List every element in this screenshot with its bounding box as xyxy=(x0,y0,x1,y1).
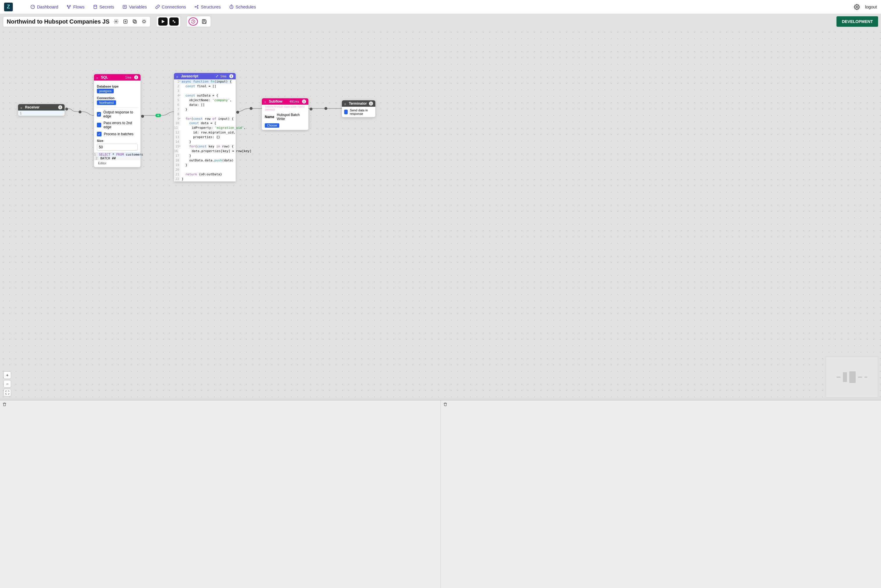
info-icon[interactable]: i xyxy=(58,105,62,110)
minimap-node xyxy=(864,376,867,378)
node-js-header[interactable]: Javascript ⤢ 1ms i xyxy=(174,73,236,80)
play-button[interactable] xyxy=(158,18,168,26)
footsteps-icon xyxy=(172,20,176,24)
settings-button[interactable] xyxy=(854,4,860,10)
clear-panel-button[interactable] xyxy=(443,402,448,408)
nav-secrets[interactable]: Secrets xyxy=(93,4,114,9)
chk-batches-label: Process in batches xyxy=(104,132,133,136)
output-port[interactable] xyxy=(236,111,239,114)
node-terminator[interactable]: Terminator i Send data in response xyxy=(342,100,375,117)
nav-variables-label: Variables xyxy=(129,4,147,9)
gauge-icon xyxy=(30,4,35,9)
drag-handle-icon[interactable] xyxy=(264,100,267,103)
bottom-panel-left[interactable] xyxy=(0,400,441,588)
js-code-editor[interactable]: 1▾async function fn(input) { 2 const fin… xyxy=(174,80,236,182)
node-receiver-header[interactable]: Receiver i xyxy=(18,104,65,111)
edge-port[interactable] xyxy=(78,111,81,113)
save-button[interactable] xyxy=(200,18,209,26)
node-sql[interactable]: SQL 1ms i Database type postgres Connect… xyxy=(94,74,141,167)
node-subflow-header[interactable]: Subflow 491ms i xyxy=(262,98,308,105)
clear-panel-button[interactable] xyxy=(2,402,7,408)
nav-connections[interactable]: Connections xyxy=(155,4,186,9)
node-subflow-title: Subflow xyxy=(269,99,288,104)
history-controls xyxy=(186,16,211,27)
chk-send[interactable] xyxy=(344,110,348,114)
drag-handle-icon[interactable] xyxy=(344,102,347,105)
node-receiver[interactable]: Receiver i 1 xyxy=(18,104,65,116)
bug-icon[interactable] xyxy=(141,19,147,24)
chk-output[interactable] xyxy=(97,112,101,117)
chk-send-row: Send data in response xyxy=(344,108,373,116)
history-button[interactable] xyxy=(188,18,198,26)
schedules-icon xyxy=(229,4,234,9)
node-sql-time: 1ms xyxy=(125,76,131,79)
svg-point-6 xyxy=(195,6,196,7)
step-button[interactable] xyxy=(169,18,179,26)
app-logo[interactable] xyxy=(4,3,13,11)
gear-icon[interactable] xyxy=(113,19,119,24)
chk-output-row: Output response to edge xyxy=(97,110,138,118)
svg-rect-20 xyxy=(203,22,206,24)
zoom-controls: + − ⛶ xyxy=(3,371,11,396)
sql-code[interactable]: 1SELECT * FROM customers 2BATCH ## xyxy=(94,152,141,160)
svg-marker-16 xyxy=(162,20,164,22)
minimap[interactable] xyxy=(826,357,878,398)
node-sql-title: SQL xyxy=(101,75,123,80)
info-icon[interactable]: i xyxy=(302,99,306,104)
flow-canvas[interactable]: Receiver i 1 SQL 1ms i Database type pos… xyxy=(0,29,881,400)
zoom-fit-button[interactable]: ⛶ xyxy=(3,389,11,396)
connection-label: Connection xyxy=(97,96,138,100)
minimap-node xyxy=(843,372,847,382)
edge-port[interactable] xyxy=(250,107,253,110)
size-input[interactable] xyxy=(97,144,138,151)
structures-icon xyxy=(194,4,199,9)
zoom-out-button[interactable]: − xyxy=(3,380,11,388)
edge-inspect-button[interactable] xyxy=(155,114,161,117)
info-icon[interactable]: i xyxy=(229,74,233,78)
output-port[interactable] xyxy=(310,108,313,111)
info-icon[interactable]: i xyxy=(134,75,138,80)
edge-port[interactable] xyxy=(325,107,327,110)
db-type-label: Database type xyxy=(97,85,138,88)
info-icon[interactable]: i xyxy=(369,102,373,105)
add-node-icon[interactable] xyxy=(123,19,128,24)
node-javascript[interactable]: Javascript ⤢ 1ms i 1▾async function fn(i… xyxy=(174,73,236,182)
drag-handle-icon[interactable] xyxy=(176,75,179,78)
nav-structures[interactable]: Structures xyxy=(194,4,221,9)
nav-variables[interactable]: Variables xyxy=(122,4,147,9)
svg-point-2 xyxy=(70,5,71,6)
drag-handle-icon[interactable] xyxy=(20,106,23,109)
choose-button[interactable]: Choose xyxy=(265,123,279,128)
logout-link[interactable]: logout xyxy=(865,4,877,9)
svg-point-17 xyxy=(173,20,174,21)
expand-icon[interactable]: ⤢ xyxy=(216,74,218,78)
receiver-body: 1 xyxy=(18,111,65,116)
db-type-value[interactable]: postgres xyxy=(97,89,114,93)
nav-schedules[interactable]: Schedules xyxy=(229,4,256,9)
output-port[interactable] xyxy=(141,115,144,118)
canvas-wrap: Receiver i 1 SQL 1ms i Database type pos… xyxy=(0,29,881,400)
editor-link[interactable]: Editor xyxy=(97,160,138,165)
bottom-panel-right[interactable] xyxy=(441,400,881,588)
output-port[interactable] xyxy=(65,108,68,111)
minimap-node xyxy=(849,371,856,383)
chk-errors[interactable] xyxy=(97,123,101,128)
subflow-uuid: 70587e79-e5ab-4aa9-a3d9-7307229869d3 xyxy=(262,105,308,112)
chk-batches-row: Process in batches xyxy=(97,132,138,136)
subflow-name-label: Name xyxy=(265,115,277,119)
node-terminator-header[interactable]: Terminator i xyxy=(342,100,375,107)
svg-point-1 xyxy=(67,5,68,6)
nav-connections-label: Connections xyxy=(162,4,186,9)
svg-point-3 xyxy=(68,8,69,8)
nav-dashboard[interactable]: Dashboard xyxy=(30,4,58,9)
nav-links: Dashboard Flows Secrets Variables Connec… xyxy=(30,4,256,9)
zoom-in-button[interactable]: + xyxy=(3,371,11,379)
connection-value[interactable]: Northwind xyxy=(97,100,116,105)
environment-button[interactable]: DEVELOPMENT xyxy=(836,16,878,27)
node-sql-header[interactable]: SQL 1ms i xyxy=(94,74,141,81)
drag-handle-icon[interactable] xyxy=(96,76,99,79)
node-subflow[interactable]: Subflow 491ms i 70587e79-e5ab-4aa9-a3d9-… xyxy=(262,98,308,130)
nav-flows[interactable]: Flows xyxy=(66,4,84,9)
copy-icon[interactable] xyxy=(132,19,137,24)
chk-batches[interactable] xyxy=(97,132,102,136)
